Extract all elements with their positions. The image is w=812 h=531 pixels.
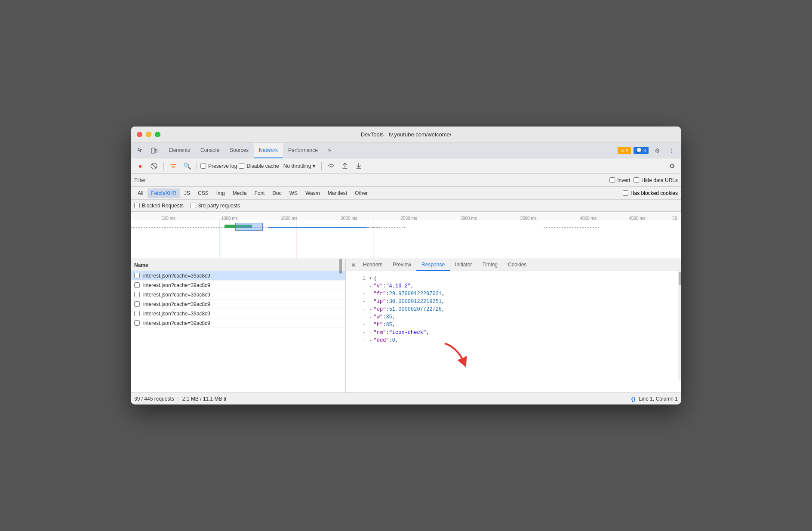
- type-btn-js[interactable]: JS: [181, 188, 194, 198]
- network-panel: Name interest.json?cache=39ac8c9 interes…: [131, 259, 681, 392]
- ruler-mark-1000: 1000 ms: [221, 216, 237, 221]
- type-btn-font[interactable]: Font: [251, 188, 268, 198]
- detail-close-button[interactable]: ✕: [349, 261, 358, 269]
- size-info: 2.1 MB / 11.1 MB tr: [182, 396, 227, 402]
- detail-tab-headers[interactable]: Headers: [358, 259, 388, 271]
- cursor-position: Line 1, Column 1: [639, 396, 678, 402]
- preserve-log-checkbox[interactable]: [200, 163, 206, 169]
- ruler-mark-50: 50: [672, 216, 677, 221]
- hide-data-urls-label[interactable]: Hide data URLs: [634, 177, 678, 183]
- detail-tab-initiator[interactable]: Initiator: [450, 259, 477, 271]
- network-item-checkbox-0[interactable]: [134, 273, 140, 278]
- device-icon[interactable]: [148, 145, 160, 157]
- network-item-checkbox-1[interactable]: [134, 282, 140, 288]
- filter-button[interactable]: [167, 160, 179, 172]
- response-line-5: - - "op": 51.00000207722726,: [353, 306, 674, 313]
- network-list-header: Name: [131, 259, 345, 271]
- title-bar: DevTools - tv.youtube.com/welcome/: [131, 127, 681, 143]
- stop-button[interactable]: [148, 160, 160, 172]
- third-party-checkbox[interactable]: [191, 203, 196, 208]
- network-item-1[interactable]: interest.json?cache=39ac8c9: [131, 281, 345, 290]
- wifi-icon[interactable]: [325, 160, 337, 172]
- timeline-ruler: 500 ms 1000 ms 1500 ms 2000 ms 2500 ms 3…: [131, 212, 681, 220]
- response-line-7: - - "h": 85,: [353, 321, 674, 329]
- third-party-label[interactable]: 3rd-party requests: [191, 203, 240, 209]
- timeline-graph[interactable]: [131, 220, 681, 259]
- throttle-select[interactable]: No throttling ▾: [281, 161, 318, 171]
- ruler-mark-2000: 2000 ms: [341, 216, 357, 221]
- tab-sources[interactable]: Sources: [225, 143, 254, 158]
- type-btn-fetch-xhr[interactable]: Fetch/XHR: [148, 188, 180, 198]
- more-icon[interactable]: ⋮: [666, 145, 678, 157]
- network-item-checkbox-4[interactable]: [134, 311, 140, 316]
- network-list[interactable]: Name interest.json?cache=39ac8c9 interes…: [131, 259, 346, 392]
- network-item-checkbox-2[interactable]: [134, 292, 140, 297]
- record-button[interactable]: ●: [134, 160, 146, 172]
- detail-tab-timing[interactable]: Timing: [477, 259, 503, 271]
- maximize-button[interactable]: [155, 132, 160, 137]
- info-badge[interactable]: 💬 3: [634, 147, 649, 154]
- download-icon[interactable]: [353, 160, 365, 172]
- has-blocked-cookies-checkbox[interactable]: [623, 190, 628, 196]
- svg-line-3: [152, 164, 156, 168]
- response-line-8: - - "nm": "icon-check",: [353, 329, 674, 337]
- hide-data-urls-checkbox[interactable]: [634, 177, 639, 183]
- blocked-requests-label[interactable]: Blocked Requests: [134, 203, 184, 209]
- ruler-mark-3000: 3000 ms: [460, 216, 477, 221]
- type-btn-ws[interactable]: WS: [286, 188, 301, 198]
- warning-badge[interactable]: ⚠ 2: [618, 147, 631, 154]
- search-button[interactable]: 🔍: [181, 160, 193, 172]
- separator-3: [321, 162, 322, 170]
- ruler-mark-4500: 4500 ms: [629, 216, 645, 221]
- response-content[interactable]: 1 ▾ { - - "v": "4.10.2", - - "fr": 29.97…: [346, 271, 681, 392]
- devtools-tab-bar: Elements Console Sources Network Perform…: [131, 143, 681, 158]
- detail-tab-preview[interactable]: Preview: [388, 259, 416, 271]
- type-btn-doc[interactable]: Doc: [269, 188, 285, 198]
- invert-checkbox[interactable]: [609, 177, 615, 183]
- type-btn-wasm[interactable]: Wasm: [302, 188, 323, 198]
- separator-2: [197, 162, 197, 170]
- upload-icon[interactable]: [339, 160, 351, 172]
- tab-network[interactable]: Network: [254, 143, 283, 158]
- network-item-5[interactable]: interest.json?cache=39ac8c9: [131, 318, 345, 328]
- network-item-checkbox-5[interactable]: [134, 320, 140, 326]
- network-item-3[interactable]: interest.json?cache=39ac8c9: [131, 299, 345, 309]
- devtools-icons: [134, 145, 160, 157]
- type-btn-manifest[interactable]: Manifest: [324, 188, 351, 198]
- close-button[interactable]: [137, 132, 142, 137]
- tab-more[interactable]: »: [323, 143, 336, 158]
- tab-console[interactable]: Console: [195, 143, 225, 158]
- disable-cache-checkbox[interactable]: [239, 163, 244, 169]
- filter-bar: Filter Invert Hide data URLs: [131, 174, 681, 187]
- devtools-window: DevTools - tv.youtube.com/welcome/ Eleme…: [131, 127, 681, 404]
- network-item-2[interactable]: interest.json?cache=39ac8c9: [131, 290, 345, 299]
- network-item-4[interactable]: interest.json?cache=39ac8c9: [131, 309, 345, 318]
- settings-icon[interactable]: ⚙: [651, 145, 663, 157]
- blocked-requests-checkbox[interactable]: [134, 203, 140, 208]
- has-blocked-cookies-label[interactable]: Has blocked cookies: [623, 190, 678, 196]
- type-btn-media[interactable]: Media: [229, 188, 250, 198]
- scrollbar[interactable]: [339, 259, 342, 274]
- type-btn-other[interactable]: Other: [351, 188, 371, 198]
- tab-performance[interactable]: Performance: [283, 143, 323, 158]
- network-settings-icon[interactable]: ⚙: [666, 160, 678, 172]
- detail-tab-response[interactable]: Response: [416, 259, 450, 271]
- filter-label: Filter: [134, 177, 146, 183]
- svg-rect-1: [155, 149, 157, 152]
- response-line-3: - - "fr": 29.97000122207031,: [353, 290, 674, 298]
- pretty-print-button[interactable]: {}: [631, 395, 635, 402]
- ruler-mark-500: 500 ms: [161, 216, 175, 221]
- type-btn-css[interactable]: CSS: [194, 188, 212, 198]
- invert-label[interactable]: Invert: [609, 177, 630, 183]
- preserve-log-label[interactable]: Preserve log: [200, 163, 237, 169]
- detail-tab-cookies[interactable]: Cookies: [503, 259, 532, 271]
- tab-elements[interactable]: Elements: [163, 143, 195, 158]
- type-btn-all[interactable]: All: [134, 188, 147, 198]
- minimize-button[interactable]: [146, 132, 151, 137]
- inspect-icon[interactable]: [134, 145, 146, 157]
- network-item-checkbox-3[interactable]: [134, 301, 140, 307]
- network-item-0[interactable]: interest.json?cache=39ac8c9: [131, 271, 345, 281]
- type-btn-img[interactable]: Img: [213, 188, 228, 198]
- disable-cache-label[interactable]: Disable cache: [239, 163, 279, 169]
- detail-tabs: ✕ Headers Preview Response Initiator Tim…: [346, 259, 681, 271]
